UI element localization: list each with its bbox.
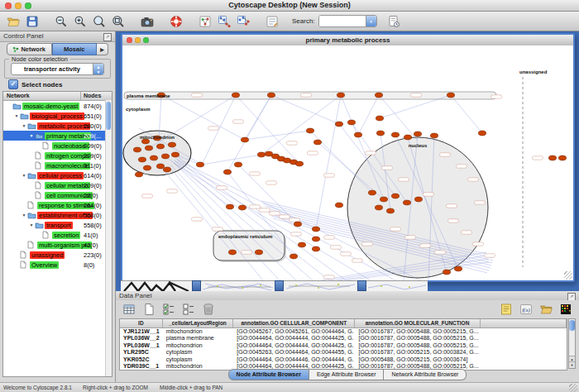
frame-zoom-button[interactable]: [143, 37, 149, 43]
snapshot-button[interactable]: [139, 13, 156, 30]
column-header[interactable]: annotation.GO CELLULAR_COMPONENT: [233, 319, 355, 327]
table-scrollbar-thumb[interactable]: [569, 320, 575, 331]
scroll-down-arrow[interactable]: ▼: [569, 361, 575, 368]
zoom-out-button[interactable]: [53, 13, 69, 30]
network-node[interactable]: [312, 246, 319, 251]
background-window-edge[interactable]: [192, 280, 201, 291]
network-node[interactable]: [337, 93, 344, 98]
network-window[interactable]: primary metabolic process plasma membran…: [121, 33, 575, 282]
select-nodes-checkbox[interactable]: ✓: [8, 79, 18, 89]
network-node[interactable]: [241, 137, 248, 142]
expander-icon[interactable]: ▼: [21, 123, 27, 128]
network-node[interactable]: [478, 131, 486, 136]
tree-row[interactable]: secretion41(0): [3, 230, 112, 240]
close-button[interactable]: [5, 2, 12, 9]
network-node[interactable]: [196, 162, 203, 167]
column-header[interactable]: _cellularLayoutRegion: [163, 319, 234, 327]
network-node[interactable]: [290, 254, 297, 259]
tree-row[interactable]: cellular metabo209(0): [3, 180, 112, 190]
tree-row[interactable]: ▼metabolic process280(0): [3, 121, 112, 131]
vizmapper-b-button[interactable]: [235, 13, 251, 30]
network-node[interactable]: [414, 131, 421, 136]
tab-node-attribute-browser[interactable]: Node Attribute Browser: [228, 369, 309, 380]
tab-edge-attribute-browser[interactable]: Edge Attribute Browser: [309, 369, 385, 380]
network-node[interactable]: [171, 152, 179, 157]
table-row[interactable]: YPL036W__2plasma membrane[GO:0044464, GO…: [120, 335, 567, 342]
network-node[interactable]: [375, 93, 382, 98]
frame-resize-grip[interactable]: [564, 271, 572, 280]
expander-icon[interactable]: ▼: [28, 222, 35, 227]
trash-button[interactable]: [200, 301, 217, 318]
network-node[interactable]: [376, 116, 383, 121]
table-scrollbar[interactable]: ▲ ▼: [568, 318, 576, 369]
network-node[interactable]: [232, 93, 239, 98]
expander-icon[interactable]: ▼: [21, 213, 27, 218]
network-node[interactable]: [313, 140, 321, 145]
tab-network-attribute-browser[interactable]: Network Attribute Browser: [384, 369, 467, 380]
network-node[interactable]: [430, 133, 438, 138]
network-node[interactable]: [368, 190, 376, 195]
tree-row[interactable]: Overview8(0): [3, 260, 112, 270]
expander-icon[interactable]: ▼: [21, 173, 27, 178]
tree-row[interactable]: macromolecule311(0): [3, 160, 112, 170]
tree-row[interactable]: mosaic-demo-yeast874(0): [3, 101, 112, 111]
column-header[interactable]: ID: [120, 319, 163, 327]
save-button[interactable]: [24, 13, 41, 30]
network-node[interactable]: [294, 222, 301, 227]
zoom-fit-button[interactable]: [110, 13, 127, 30]
background-window-edge[interactable]: [357, 280, 366, 291]
vizmapper-a-button[interactable]: [216, 13, 232, 30]
tree-row[interactable]: multi-organism pro42(0): [3, 240, 112, 250]
network-node[interactable]: [558, 155, 566, 160]
table-row[interactable]: YKR052Ccytoplasm[GO:0044464, GO:0044446,…: [120, 356, 567, 363]
frame-minimize-button[interactable]: [135, 37, 141, 43]
network-node[interactable]: [257, 152, 265, 157]
tree-row[interactable]: nucleobase-209(0): [3, 141, 112, 151]
select-attrs-button[interactable]: [160, 301, 177, 318]
table-row[interactable]: YPL036W__1mitochondrion[GO:0044464, GO:0…: [120, 342, 567, 349]
open-folder-button[interactable]: [5, 13, 22, 30]
fx-button[interactable]: f(x): [518, 301, 534, 318]
network-node[interactable]: [335, 203, 342, 208]
window-resize-grip[interactable]: [569, 384, 577, 392]
background-window-sliver[interactable]: [366, 280, 428, 291]
network-node[interactable]: [386, 208, 394, 213]
network-node[interactable]: [156, 164, 164, 169]
network-node[interactable]: [150, 155, 157, 160]
network-node[interactable]: [163, 167, 170, 172]
network-graph[interactable]: plasma membranecytoplasmmitochondrionnuc…: [122, 45, 573, 280]
background-window-sliver[interactable]: [201, 280, 275, 291]
node-color-dropdown-button[interactable]: ▲▼: [93, 64, 103, 74]
tree-row[interactable]: unassigned223(0): [3, 250, 112, 260]
zoom-in-button[interactable]: [72, 13, 89, 30]
float-panel-icon[interactable]: ↗: [103, 33, 112, 41]
tree-row[interactable]: ▼transport558(0): [3, 220, 112, 230]
tree-row[interactable]: cell communicat22(0): [3, 190, 112, 200]
network-node[interactable]: [312, 227, 319, 232]
background-window-edge[interactable]: [275, 280, 284, 291]
network-node[interactable]: [143, 165, 151, 170]
network-node[interactable]: [238, 205, 246, 210]
zoom-selected-button[interactable]: [91, 13, 108, 30]
network-node[interactable]: [403, 200, 410, 205]
tree-row[interactable]: ▼biological_process651(0): [3, 111, 112, 121]
network-node[interactable]: [391, 194, 399, 198]
tab-overflow-button[interactable]: ▶: [97, 43, 108, 55]
network-node[interactable]: [265, 151, 272, 156]
network-node[interactable]: [295, 161, 303, 166]
network-node[interactable]: [226, 204, 233, 209]
background-window-sliver[interactable]: [284, 280, 357, 291]
network-node[interactable]: [447, 93, 454, 98]
network-node[interactable]: [312, 237, 319, 241]
background-window-sliver[interactable]: [121, 280, 192, 291]
network-node[interactable]: [404, 135, 411, 140]
layout-button[interactable]: [197, 13, 213, 30]
network-node[interactable]: [138, 157, 146, 162]
annotation-button[interactable]: [385, 13, 402, 30]
network-node[interactable]: [414, 197, 422, 202]
network-node[interactable]: [255, 250, 262, 255]
unselect-attrs-button[interactable]: [180, 301, 197, 318]
network-node[interactable]: [161, 154, 169, 159]
expander-icon[interactable]: ▼: [28, 133, 35, 138]
search-dropdown-button[interactable]: ▾: [366, 16, 376, 26]
